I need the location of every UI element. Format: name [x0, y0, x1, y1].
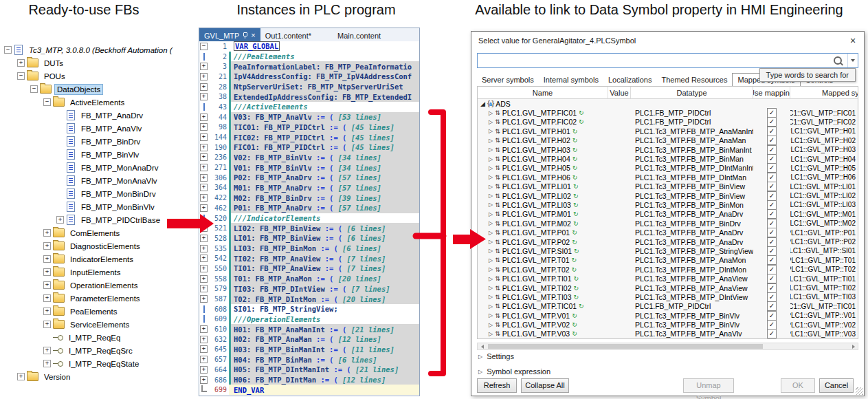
fold-collapse-icon[interactable]: −	[199, 43, 208, 50]
code-line[interactable]: +686H06: FB_MTP_DIntMan := ( [12 lines]	[199, 375, 419, 385]
tree-item-FB_MTP_BinDrv[interactable]: −FB_MTP_BinDrv	[1, 135, 198, 148]
tree-item-Version[interactable]: +Version	[1, 370, 198, 383]
checkbox-checked[interactable]: ✓	[767, 145, 777, 154]
expand-icon[interactable]: +	[43, 255, 51, 263]
code-line[interactable]: +236V02: FB_MTP_BinVlv := ( [34 lines]	[199, 153, 419, 163]
table-row[interactable]: ▷⇅PLC1.GVL_MTP.M02↻PLC1.Tc3_MTP.FB_MTP_B…	[478, 219, 858, 228]
code-line[interactable]: 520///IndicatorElements	[199, 213, 419, 224]
code-line[interactable]: +3PeaInformationLabel: FB_MTP_PeaInforma…	[199, 61, 419, 72]
editor-tab-GVL_MTP[interactable]: GVL_MTP×	[199, 28, 260, 41]
fold-expand-icon[interactable]: +	[199, 376, 208, 384]
chevron-right-icon[interactable]: ▷	[489, 119, 493, 125]
editor-tab-Maincontent[interactable]: Main.content	[333, 28, 386, 41]
checkbox-checked[interactable]: ✓	[767, 274, 777, 283]
chevron-right-icon[interactable]: ▷	[489, 110, 493, 116]
code-line[interactable]: +558T01: FB_MTP_AnaMon := ( [20 lines]	[199, 274, 419, 284]
checkbox-checked[interactable]: ✓	[767, 283, 777, 292]
table-row[interactable]: ▷⇅PLC1.GVL_MTP.FIC02↻PLC1.FB_MTP_PIDCtrl…	[478, 118, 858, 127]
collapse-icon[interactable]: −	[43, 98, 51, 106]
tree-item-ActiveElements[interactable]: −ActiveElements	[1, 96, 198, 109]
code-line[interactable]: +610H01: FB_MTP_AnaManInt := ( [21 lines…	[199, 324, 419, 334]
fold-expand-icon[interactable]: +	[199, 153, 208, 161]
chevron-right-icon[interactable]: ▷	[489, 266, 493, 272]
table-row[interactable]: ▷⇅PLC1.GVL_MTP.P02↻PLC1.Tc3_MTP.FB_MTP_A…	[478, 237, 858, 246]
checkbox-checked[interactable]: ✓	[767, 164, 777, 173]
code-line[interactable]: 43///ActiveElements	[199, 102, 419, 112]
expand-icon[interactable]: +	[43, 294, 51, 302]
tab-internal-symbols[interactable]: Internal symbols	[539, 74, 603, 86]
code-area[interactable]: −1VAR_GLOBAL2///PeaElements+3PeaInformat…	[199, 41, 419, 396]
code-line[interactable]: +144FIC02: FB_MTP_PIDCtrl := ( [45 lines…	[199, 132, 419, 142]
pin-icon[interactable]	[243, 32, 247, 39]
tree-item-ServiceElements[interactable]: +ServiceElements	[1, 318, 198, 331]
fold-expand-icon[interactable]: +	[199, 295, 208, 303]
column-header-mapped-symbol[interactable]: Mapped symbol	[790, 87, 858, 98]
code-line[interactable]: +364M01: FB_MTP_AnaDrv := ( [57 lines]	[199, 183, 419, 193]
checkbox-checked[interactable]: ✓	[767, 210, 777, 219]
collapse-icon[interactable]: −	[30, 85, 38, 93]
fold-expand-icon[interactable]: +	[199, 144, 208, 151]
tree-item-InputElements[interactable]: +InputElements	[1, 266, 198, 279]
horizontal-scrollbar[interactable]	[477, 343, 858, 350]
code-line[interactable]: 608SI01: FB_MTP_StringView;	[199, 304, 419, 314]
table-row[interactable]: ▷⇅PLC1.GVL_MTP.V01↻PLC1.Tc3_MTP.FB_MTP_B…	[478, 311, 858, 320]
column-header-datatype[interactable]: Datatype	[631, 87, 753, 98]
fold-expand-icon[interactable]: +	[199, 235, 208, 242]
checkbox-checked[interactable]: ✓	[767, 154, 777, 163]
tree-item-FB_MTP_MonBinVlv[interactable]: −FB_MTP_MonBinVlv	[1, 200, 198, 213]
table-row[interactable]: ▷⇅PLC1.GVL_MTP.TI03↻PLC1.Tc3_MTP.FB_MTP_…	[478, 292, 858, 301]
collapse-icon[interactable]: −	[4, 46, 12, 54]
fold-expand-icon[interactable]: +	[199, 133, 208, 141]
table-row[interactable]: ▷⇅PLC1.GVL_MTP.V02↻PLC1.Tc3_MTP.FB_MTP_B…	[478, 320, 858, 329]
fold-expand-icon[interactable]: +	[199, 63, 208, 70]
tab-server-symbols[interactable]: Server symbols	[477, 74, 539, 86]
code-line[interactable]: 609///OperationElements	[199, 314, 419, 325]
fold-expand-icon[interactable]: +	[199, 123, 208, 131]
expand-icon[interactable]: +	[43, 347, 51, 354]
tree-item-FB_MTP_MonBinDrv[interactable]: −FB_MTP_MonBinDrv	[1, 187, 198, 200]
checkbox-checked[interactable]: ✓	[767, 136, 777, 145]
checkbox-checked[interactable]: ✓	[767, 237, 777, 246]
table-row[interactable]: ▷⇅PLC1.GVL_MTP.H04↻PLC1.Tc3_MTP.FB_MTP_B…	[478, 154, 858, 163]
checkbox-checked[interactable]: ✓	[767, 246, 777, 255]
expand-icon[interactable]: +	[17, 373, 25, 380]
column-header-use-mapping[interactable]: Use mapping	[753, 87, 790, 98]
fold-expand-icon[interactable]: +	[199, 83, 208, 91]
table-row[interactable]: ▷⇅PLC1.GVL_MTP.FIC01↻PLC1.FB_MTP_PIDCtrl…	[478, 108, 858, 117]
expand-icon[interactable]: +	[43, 308, 51, 315]
resize-grip[interactable]	[856, 387, 863, 395]
table-row[interactable]: ▷⇅PLC1.GVL_MTP.TIC01↻PLC1.FB_MTP_PIDCtrl…	[478, 302, 858, 311]
tab-localizations[interactable]: Localizations	[603, 74, 657, 86]
fold-expand-icon[interactable]: +	[199, 356, 208, 363]
code-line[interactable]: +657H04: FB_MTP_BinMan := ( [6 lines]	[199, 354, 419, 365]
code-line[interactable]: +579TI03: FB_MTP_DIntView := ( [7 lines]	[199, 284, 419, 294]
code-line[interactable]: +28NtpServerUriSet: FB_MTP_NtpServerUriS…	[199, 82, 419, 92]
fold-expand-icon[interactable]: +	[199, 194, 208, 202]
checkbox-checked[interactable]: ✓	[767, 191, 777, 200]
fold-expand-icon[interactable]: +	[199, 366, 208, 374]
fold-expand-icon[interactable]: +	[199, 265, 208, 272]
tree-item-PeaElements[interactable]: +PeaElements	[1, 305, 198, 318]
chevron-right-icon[interactable]: ▷	[489, 257, 493, 263]
tree-item-FB_MTP_AnaVlv[interactable]: −FB_MTP_AnaVlv	[1, 122, 198, 135]
code-line[interactable]: +462P01: FB_MTP_AnaDrv := ( [57 lines]	[199, 203, 419, 213]
chevron-right-icon[interactable]: ▷	[489, 138, 493, 144]
table-row[interactable]: ▷⇅PLC1.GVL_MTP.H05↻PLC1.Tc3_MTP.FB_MTP_D…	[478, 164, 858, 173]
chevron-right-icon[interactable]: ▷	[489, 193, 493, 199]
table-row[interactable]: ▷⇅PLC1.GVL_MTP.LI01↻PLC1.Tc3_MTP.FB_MTP_…	[478, 182, 858, 191]
fold-expand-icon[interactable]: +	[199, 285, 208, 292]
checkbox-checked[interactable]: ✓	[767, 311, 777, 320]
tree-item-FB_MTP_PIDCtrlBase[interactable]: +FB_MTP_PIDCtrlBase	[1, 213, 198, 226]
checkbox-checked[interactable]: ✓	[767, 320, 777, 329]
table-row[interactable]: ▷⇅PLC1.GVL_MTP.P01↻PLC1.Tc3_MTP.FB_MTP_A…	[478, 228, 858, 237]
code-line[interactable]: +645H03: FB_MTP_BinManInt := ( [11 lines…	[199, 345, 419, 355]
checkbox-checked[interactable]: ✓	[767, 127, 777, 136]
unmap-symbol-button[interactable]: Unmap Symbol	[683, 378, 734, 393]
chevron-right-icon[interactable]: ▷	[489, 184, 493, 190]
tree-item-FB_MTP_MonAnaDrv[interactable]: −FB_MTP_MonAnaDrv	[1, 161, 198, 174]
tree-item-ComElements[interactable]: +ComElements	[1, 226, 198, 239]
code-line[interactable]: +44V03: FB_MTP_AnaVlv := ( [53 lines]	[199, 112, 419, 122]
tree-item-DiagnosticElements[interactable]: +DiagnosticElements	[1, 239, 198, 252]
chevron-right-icon[interactable]: ▷	[489, 147, 493, 153]
search-dropdown-button[interactable]	[847, 54, 858, 67]
